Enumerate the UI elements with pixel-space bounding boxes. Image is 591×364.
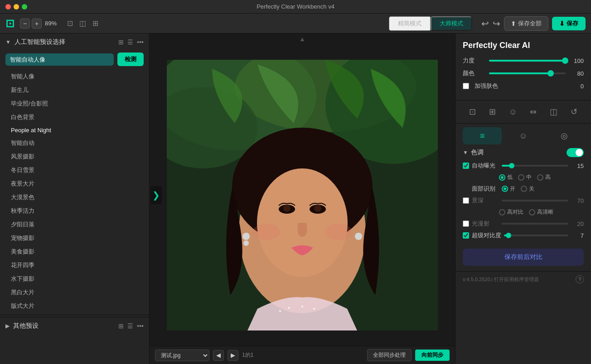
depth-high-clarity-radio[interactable] bbox=[529, 209, 535, 216]
depth-high-contrast-option[interactable]: 高对比 bbox=[499, 208, 523, 216]
preset-item-4[interactable]: People at Night bbox=[0, 124, 149, 136]
next-image-button[interactable]: ▶ bbox=[228, 350, 238, 361]
compare-tool-icon[interactable]: ◫ bbox=[548, 105, 559, 119]
zoom-in-button[interactable]: + bbox=[32, 19, 42, 29]
face-tool-icon[interactable]: ☺ bbox=[507, 105, 518, 119]
exposure-mid-option[interactable]: 中 bbox=[518, 173, 532, 181]
save-all-button[interactable]: ⬆ 保存全部 bbox=[504, 16, 548, 31]
preset-item-0[interactable]: 智能人像 bbox=[0, 70, 149, 83]
redo-button[interactable]: ↪ bbox=[493, 18, 500, 29]
preset-item-15[interactable]: 水下摄影 bbox=[0, 272, 149, 286]
split-view-icon[interactable]: ◫ bbox=[78, 18, 88, 29]
up-arrow-icon[interactable]: ▲ bbox=[299, 35, 305, 43]
help-button[interactable]: ? bbox=[576, 275, 584, 283]
preset-item-11[interactable]: 夕阳日落 bbox=[0, 218, 149, 231]
preset-item-5[interactable]: 智能自动 bbox=[0, 136, 149, 150]
crop-tool-icon[interactable]: ⊡ bbox=[467, 105, 478, 119]
tone-toggle[interactable] bbox=[567, 148, 584, 157]
depth-checkbox[interactable] bbox=[463, 197, 469, 204]
preset-dropdown[interactable]: 智能自动人像 bbox=[5, 53, 114, 66]
rotate-tool-icon[interactable]: ↺ bbox=[569, 105, 579, 119]
preset-dropdown-row: 智能自动人像 检测 bbox=[0, 51, 149, 70]
light-scatter-checkbox[interactable] bbox=[463, 220, 469, 227]
face-on-option[interactable]: 开 bbox=[502, 185, 515, 193]
preset-item-3[interactable]: 白色背景 bbox=[0, 110, 149, 124]
depth-high-clarity-option[interactable]: 高清晰 bbox=[529, 208, 553, 216]
close-button[interactable] bbox=[5, 4, 11, 10]
depth-slider[interactable] bbox=[502, 197, 568, 204]
resize-tool-icon[interactable]: ⇔ bbox=[528, 105, 538, 119]
other-presets-header[interactable]: ▶ 其他预设 ⊞ ☰ ••• bbox=[0, 317, 149, 335]
bottom-save-row: 保存前后对比 bbox=[455, 243, 591, 271]
master-mode-button[interactable]: 大师模式 bbox=[431, 16, 472, 31]
color-tab[interactable]: ◎ bbox=[545, 127, 584, 144]
before-after-button[interactable]: 保存前后对比 bbox=[463, 249, 584, 266]
preset-item-1[interactable]: 新生儿 bbox=[0, 83, 149, 97]
auto-exposure-checkbox[interactable] bbox=[463, 163, 469, 169]
ai-presets-section: ▼ 人工智能预设选择 ⊞ ☰ ••• 智能自动人像 检测 智能人像 新生儿 毕业… bbox=[0, 34, 149, 313]
simple-mode-button[interactable]: 精简模式 bbox=[389, 16, 431, 31]
exposure-low-option[interactable]: 低 bbox=[499, 173, 513, 181]
enhance-skin-checkbox[interactable] bbox=[463, 83, 469, 89]
batch-process-button[interactable]: 全部同步处理 bbox=[367, 349, 412, 361]
preset-item-13[interactable]: 美食摄影 bbox=[0, 245, 149, 259]
list-icon[interactable]: ☰ bbox=[127, 38, 133, 46]
preset-item-2[interactable]: 毕业照/合影照 bbox=[0, 97, 149, 110]
strength-slider[interactable] bbox=[489, 57, 566, 64]
super-contrast-slider[interactable] bbox=[504, 232, 568, 239]
exposure-mid-radio[interactable] bbox=[518, 174, 524, 181]
preset-item-17[interactable]: 版式大片 bbox=[0, 299, 149, 313]
adjust-tool-icon[interactable]: ⊞ bbox=[487, 105, 498, 119]
depth-high-contrast-radio[interactable] bbox=[499, 209, 505, 216]
super-contrast-checkbox[interactable] bbox=[463, 232, 469, 239]
light-scatter-slider[interactable] bbox=[502, 220, 568, 227]
other-more-icon[interactable]: ••• bbox=[137, 322, 144, 330]
face-on-radio[interactable] bbox=[502, 186, 508, 192]
exposure-high-option[interactable]: 高 bbox=[537, 173, 551, 181]
grid-icon[interactable]: ⊞ bbox=[118, 38, 124, 46]
exposure-low-label: 低 bbox=[507, 173, 513, 181]
other-grid-icon[interactable]: ⊞ bbox=[118, 322, 124, 330]
face-off-radio[interactable] bbox=[521, 186, 527, 192]
undo-button[interactable]: ↩ bbox=[481, 18, 489, 29]
preset-item-10[interactable]: 秋季活力 bbox=[0, 204, 149, 218]
depth-row: 景深 70 bbox=[463, 196, 584, 205]
ai-presets-header[interactable]: ▼ 人工智能预设选择 ⊞ ☰ ••• bbox=[0, 34, 149, 51]
save-button[interactable]: ⬇ 保存 bbox=[552, 17, 586, 30]
canvas-nav-arrow-icon[interactable]: ❯ bbox=[150, 186, 162, 204]
exposure-high-radio[interactable] bbox=[537, 174, 543, 181]
svg-point-19 bbox=[253, 224, 280, 240]
grid-view-icon[interactable]: ⊞ bbox=[91, 18, 100, 29]
exposure-low-radio[interactable] bbox=[499, 174, 505, 181]
detect-button[interactable]: 检测 bbox=[117, 53, 144, 66]
file-selector[interactable]: 测试.jpg bbox=[155, 350, 209, 361]
color-slider[interactable] bbox=[489, 70, 566, 77]
tab-row: ≡ ☺ ◎ bbox=[455, 124, 591, 144]
tone-section-label: 色调 bbox=[471, 148, 564, 157]
preset-item-14[interactable]: 花开四季 bbox=[0, 259, 149, 272]
auto-exposure-slider[interactable] bbox=[502, 163, 568, 169]
filters-tab[interactable]: ≡ bbox=[463, 127, 502, 144]
forward-sync-button[interactable]: 向前同步 bbox=[415, 350, 450, 361]
more-icon[interactable]: ••• bbox=[137, 38, 144, 46]
exposure-mid-label: 中 bbox=[526, 173, 532, 181]
prev-image-button[interactable]: ◀ bbox=[213, 350, 224, 361]
skin-tab[interactable]: ☺ bbox=[504, 127, 543, 144]
maximize-button[interactable] bbox=[22, 4, 27, 10]
face-off-option[interactable]: 关 bbox=[521, 185, 534, 193]
preset-item-6[interactable]: 风景摄影 bbox=[0, 150, 149, 163]
left-panel: ▼ 人工智能预设选择 ⊞ ☰ ••• 智能自动人像 检测 智能人像 新生儿 毕业… bbox=[0, 34, 150, 364]
collapse-arrow-icon: ▼ bbox=[5, 39, 11, 45]
other-list-icon[interactable]: ☰ bbox=[127, 322, 133, 330]
save-icon: ⬇ bbox=[559, 20, 565, 27]
minimize-button[interactable] bbox=[14, 4, 19, 10]
zoom-out-button[interactable]: − bbox=[20, 19, 30, 29]
light-scatter-row: 光漫射 20 bbox=[463, 220, 584, 228]
preset-item-8[interactable]: 夜景大片 bbox=[0, 177, 149, 191]
preset-item-16[interactable]: 黑白大片 bbox=[0, 286, 149, 299]
preset-item-7[interactable]: 冬日雪景 bbox=[0, 163, 149, 177]
crop-icon[interactable]: ⊡ bbox=[65, 18, 75, 29]
right-panel-title: Perfectly Clear AI bbox=[463, 41, 584, 50]
preset-item-9[interactable]: 大漠景色 bbox=[0, 191, 149, 204]
preset-item-12[interactable]: 宠物摄影 bbox=[0, 231, 149, 245]
